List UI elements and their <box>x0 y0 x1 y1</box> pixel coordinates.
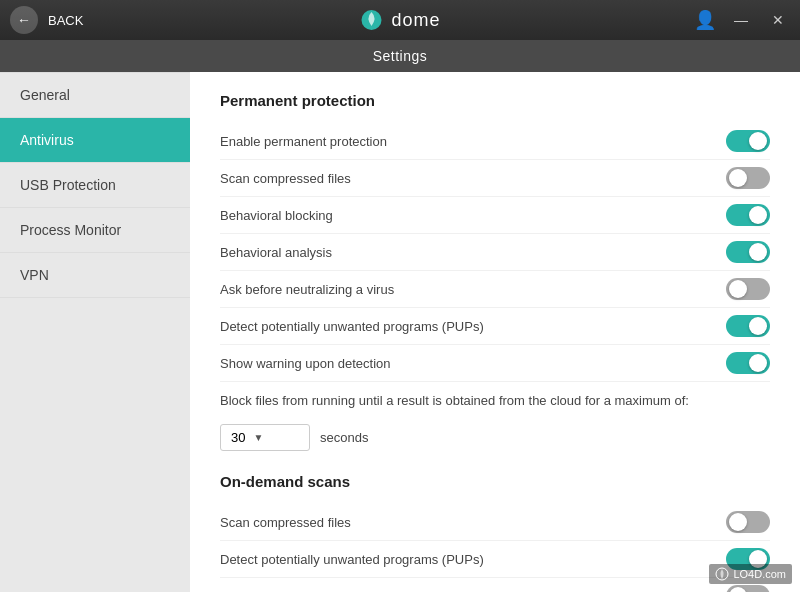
watermark: LO4D.com <box>709 564 792 584</box>
content-area: Permanent protection Enable permanent pr… <box>190 72 800 592</box>
close-button[interactable]: ✕ <box>766 10 790 30</box>
setting-row-detect-pups-permanent: Detect potentially unwanted programs (PU… <box>220 308 770 345</box>
app-name: dome <box>391 10 440 31</box>
toggle-behavioral-analysis[interactable] <box>726 241 770 263</box>
setting-label-behavioral-blocking: Behavioral blocking <box>220 208 726 223</box>
permanent-protection-title: Permanent protection <box>220 92 770 109</box>
setting-row-show-warning: Show warning upon detection <box>220 345 770 382</box>
toggle-scan-compressed-permanent[interactable] <box>726 167 770 189</box>
setting-label-detect-pups-permanent: Detect potentially unwanted programs (PU… <box>220 319 726 334</box>
setting-label-show-warning: Show warning upon detection <box>220 356 726 371</box>
setting-row-detect-pups-demand: Detect potentially unwanted programs (PU… <box>220 541 770 578</box>
block-text: Block files from running until a result … <box>220 382 770 414</box>
seconds-dropdown[interactable]: 30 ▼ <box>220 424 310 451</box>
title-bar-right: 👤 — ✕ <box>694 9 790 31</box>
dropdown-value: 30 <box>231 430 245 445</box>
back-button[interactable]: ← <box>10 6 38 34</box>
user-icon[interactable]: 👤 <box>694 9 716 31</box>
setting-row-ask-before-neutralizing: Ask before neutralizing a virus <box>220 271 770 308</box>
setting-row-behavioral-analysis: Behavioral analysis <box>220 234 770 271</box>
settings-header: Settings <box>0 40 800 72</box>
setting-row-enable-permanent: Enable permanent protection <box>220 123 770 160</box>
setting-row-scan-after-cache: Scan after cache synchronization <box>220 578 770 592</box>
sidebar-item-antivirus[interactable]: Antivirus <box>0 118 190 163</box>
toggle-scan-after-cache[interactable] <box>726 585 770 592</box>
watermark-text: LO4D.com <box>733 568 786 580</box>
dome-logo-icon <box>359 8 383 32</box>
minimize-button[interactable]: — <box>728 10 754 30</box>
toggle-detect-pups-permanent[interactable] <box>726 315 770 337</box>
toggle-scan-compressed-demand[interactable] <box>726 511 770 533</box>
toggle-ask-before-neutralizing[interactable] <box>726 278 770 300</box>
setting-label-detect-pups-demand: Detect potentially unwanted programs (PU… <box>220 552 726 567</box>
setting-row-scan-compressed-permanent: Scan compressed files <box>220 160 770 197</box>
setting-label-scan-compressed-permanent: Scan compressed files <box>220 171 726 186</box>
dropdown-row: 30 ▼ seconds <box>220 414 770 457</box>
toggle-show-warning[interactable] <box>726 352 770 374</box>
setting-label-behavioral-analysis: Behavioral analysis <box>220 245 726 260</box>
main-layout: General Antivirus USB Protection Process… <box>0 72 800 592</box>
sidebar-item-general[interactable]: General <box>0 72 190 118</box>
toggle-behavioral-blocking[interactable] <box>726 204 770 226</box>
title-bar-center: dome <box>359 8 440 32</box>
chevron-down-icon: ▼ <box>253 432 263 443</box>
toggle-enable-permanent[interactable] <box>726 130 770 152</box>
sidebar-item-process-monitor[interactable]: Process Monitor <box>0 208 190 253</box>
watermark-icon <box>715 567 729 581</box>
title-bar: ← BACK dome 👤 — ✕ <box>0 0 800 40</box>
setting-row-behavioral-blocking: Behavioral blocking <box>220 197 770 234</box>
back-label: BACK <box>48 13 83 28</box>
on-demand-scans-title: On-demand scans <box>220 473 770 490</box>
title-bar-left: ← BACK <box>10 6 83 34</box>
setting-label-scan-compressed-demand: Scan compressed files <box>220 515 726 530</box>
dropdown-unit: seconds <box>320 430 368 445</box>
sidebar: General Antivirus USB Protection Process… <box>0 72 190 592</box>
settings-title: Settings <box>373 48 428 64</box>
setting-row-scan-compressed-demand: Scan compressed files <box>220 504 770 541</box>
setting-label-enable-permanent: Enable permanent protection <box>220 134 726 149</box>
sidebar-item-vpn[interactable]: VPN <box>0 253 190 298</box>
sidebar-item-usb-protection[interactable]: USB Protection <box>0 163 190 208</box>
setting-label-ask-before-neutralizing: Ask before neutralizing a virus <box>220 282 726 297</box>
